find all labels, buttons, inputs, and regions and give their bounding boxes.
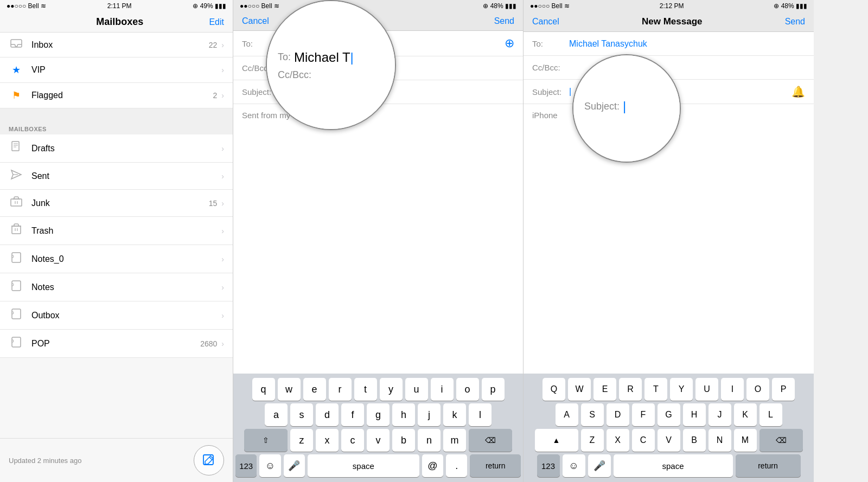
key-n[interactable]: n — [418, 429, 441, 452]
key-f[interactable]: f — [341, 403, 364, 426]
key-x[interactable]: x — [316, 429, 339, 452]
key-s[interactable]: s — [290, 403, 313, 426]
notes0-item[interactable]: Notes_0 › — [0, 245, 233, 273]
cc-field-1[interactable]: Cc/Bcc: — [233, 56, 523, 80]
pop-item[interactable]: POP 2680 › — [0, 330, 233, 358]
emoji-key-1[interactable]: ☺ — [259, 454, 280, 477]
to-value-2[interactable]: Michael Tanasychuk — [569, 39, 805, 49]
num-key-2[interactable]: 123 — [537, 454, 560, 477]
key-m[interactable]: m — [443, 429, 466, 452]
vip-item[interactable]: ★ VIP › — [0, 57, 233, 83]
key-Z[interactable]: Z — [581, 429, 604, 452]
inbox-item[interactable]: Inbox 22 › — [0, 33, 233, 57]
to-value-1[interactable]: Michael T — [279, 38, 505, 48]
key-A[interactable]: A — [556, 403, 578, 426]
key-t[interactable]: t — [354, 378, 377, 401]
delete-key-1[interactable]: ⌫ — [469, 429, 512, 452]
subject-field-1[interactable]: Subject: — [233, 80, 523, 104]
key-z[interactable]: z — [290, 429, 313, 452]
key-k[interactable]: k — [443, 403, 466, 426]
cc-field-2[interactable]: Cc/Bcc: — [524, 56, 814, 80]
return-key-1[interactable]: return — [470, 454, 521, 477]
cancel-button-2[interactable]: Cancel — [532, 17, 559, 27]
key-O[interactable]: O — [746, 378, 769, 401]
key-N[interactable]: N — [709, 429, 731, 452]
mic-key-1[interactable]: 🎤 — [284, 454, 305, 477]
key-e[interactable]: e — [303, 378, 326, 401]
key-d[interactable]: d — [316, 403, 339, 426]
key-Q[interactable]: Q — [542, 378, 565, 401]
subject-field-2[interactable]: Subject: 🔔 — [524, 80, 814, 104]
compose-body-1[interactable]: Sent from my iPhone — [233, 104, 523, 374]
emoji-key-2[interactable]: ☺ — [563, 454, 585, 477]
key-h[interactable]: h — [392, 403, 415, 426]
key-Y[interactable]: Y — [670, 378, 693, 401]
key-F[interactable]: F — [632, 403, 655, 426]
flagged-item[interactable]: ⚑ Flagged 2 › — [0, 83, 233, 108]
key-a[interactable]: a — [265, 403, 288, 426]
key-R[interactable]: R — [619, 378, 642, 401]
key-g[interactable]: g — [367, 403, 390, 426]
dot-key-1[interactable]: . — [446, 454, 467, 477]
key-u[interactable]: u — [405, 378, 428, 401]
compose-button[interactable] — [194, 445, 224, 475]
shift-key-2[interactable]: ▲ — [535, 429, 578, 452]
delete-key-2[interactable]: ⌫ — [760, 429, 803, 452]
to-field-1[interactable]: To: Michael T ⊕ — [233, 31, 523, 56]
key-L[interactable]: L — [760, 403, 782, 426]
cancel-button-1[interactable]: Cancel — [242, 16, 269, 26]
key-B[interactable]: B — [683, 429, 706, 452]
key-w[interactable]: w — [278, 378, 301, 401]
key-b[interactable]: b — [392, 429, 415, 452]
space-key-1[interactable]: space — [308, 454, 419, 477]
send-button-1[interactable]: Send — [494, 16, 514, 26]
key-W[interactable]: W — [568, 378, 591, 401]
key-o[interactable]: o — [456, 378, 479, 401]
subject-value-2[interactable] — [569, 87, 792, 97]
sent-item[interactable]: Sent › — [0, 163, 233, 190]
key-K[interactable]: K — [734, 403, 757, 426]
key-I[interactable]: I — [721, 378, 744, 401]
mic-key-2[interactable]: 🎤 — [588, 454, 611, 477]
key-v[interactable]: v — [367, 429, 390, 452]
send-button-2[interactable]: Send — [785, 17, 805, 27]
trash-item[interactable]: Trash › — [0, 217, 233, 245]
edit-button[interactable]: Edit — [209, 17, 224, 27]
compose-body-2[interactable]: iPhone — [524, 104, 814, 374]
drafts-item[interactable]: Drafts › — [0, 134, 233, 163]
outbox-item[interactable]: Outbox › — [0, 301, 233, 330]
key-T[interactable]: T — [644, 378, 667, 401]
key-r[interactable]: r — [329, 378, 352, 401]
key-G[interactable]: G — [658, 403, 680, 426]
key-q[interactable]: q — [252, 378, 275, 401]
notes-item[interactable]: Notes › — [0, 273, 233, 301]
key-H[interactable]: H — [683, 403, 706, 426]
shift-key-1[interactable]: ⇧ — [244, 429, 288, 452]
key-C[interactable]: C — [632, 429, 655, 452]
key-y[interactable]: y — [380, 378, 403, 401]
key-i[interactable]: i — [431, 378, 454, 401]
return-key-2[interactable]: return — [736, 454, 801, 477]
key-S[interactable]: S — [581, 403, 604, 426]
flagged-label: Flagged — [31, 91, 213, 100]
space-key-2[interactable]: space — [614, 454, 733, 477]
bell-icon[interactable]: 🔔 — [792, 85, 805, 98]
key-J[interactable]: J — [709, 403, 731, 426]
key-X[interactable]: X — [607, 429, 629, 452]
compose-panel-1: ●●○○○ Bell ≋ ⊕ 48% ▮▮▮ Cancel Send To: M… — [233, 0, 524, 482]
key-p[interactable]: p — [482, 378, 505, 401]
key-j[interactable]: j — [418, 403, 441, 426]
key-M[interactable]: M — [734, 429, 757, 452]
key-l[interactable]: l — [469, 403, 492, 426]
key-U[interactable]: U — [695, 378, 718, 401]
num-key-1[interactable]: 123 — [235, 454, 257, 477]
key-D[interactable]: D — [607, 403, 629, 426]
junk-item[interactable]: Junk 15 › — [0, 190, 233, 217]
key-E[interactable]: E — [593, 378, 616, 401]
to-field-2[interactable]: To: Michael Tanasychuk — [524, 32, 814, 56]
key-c[interactable]: c — [341, 429, 364, 452]
at-key-1[interactable]: @ — [422, 454, 443, 477]
add-recipient-button[interactable]: ⊕ — [505, 36, 514, 50]
key-V[interactable]: V — [658, 429, 680, 452]
key-P[interactable]: P — [772, 378, 795, 401]
